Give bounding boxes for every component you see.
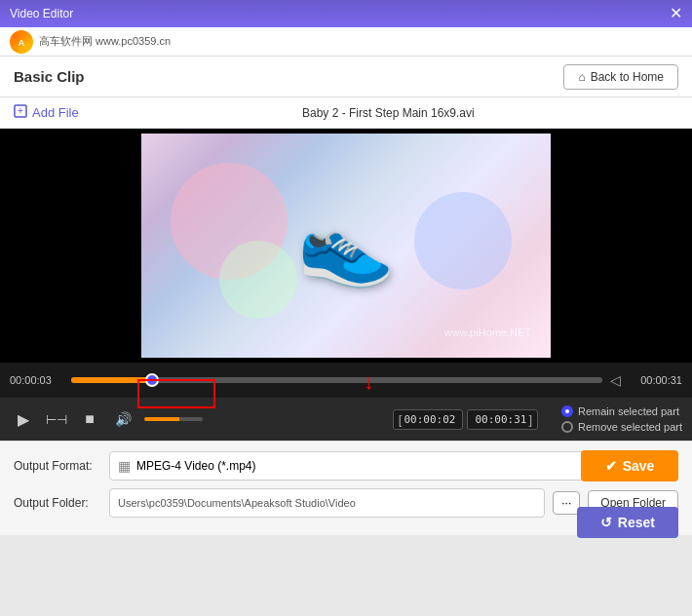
timeline-bar: 00:00:03 ↓ ◁ 00:00:31	[0, 363, 692, 398]
window-title: Video Editor	[10, 7, 73, 20]
watermark: www.piHome.NET	[444, 327, 531, 338]
start-time-input: [ 00:00:02	[393, 409, 464, 430]
main-header: Basic Clip ⌂ Back to Home	[0, 57, 692, 97]
back-home-button[interactable]: ⌂ Back to Home	[563, 64, 678, 90]
logo-text: 高车软件网 www.pc0359.cn	[39, 34, 171, 49]
format-label: Output Format:	[14, 459, 101, 473]
video-preview: 👟 www.piHome.NET	[0, 129, 692, 363]
time-inputs: [ 00:00:02 00:00:31 ]	[393, 409, 538, 430]
timeline-thumb[interactable]	[145, 373, 159, 387]
format-select[interactable]: ▦ MPEG-4 Video (*.mp4) ▼	[109, 451, 599, 481]
add-file-icon: +	[14, 104, 27, 121]
remain-radio-label: Remain selected part	[578, 405, 679, 417]
time-end: 00:00:31	[629, 374, 682, 386]
arrow-indicator: ↓	[364, 371, 374, 393]
timeline-track[interactable]	[71, 377, 602, 383]
folder-path-display: Users\pc0359\Documents\Apeaksoft Studio\…	[109, 488, 545, 518]
remain-selected-radio[interactable]: Remain selected part	[561, 405, 682, 417]
remove-selected-radio[interactable]: Remove selected part	[561, 421, 682, 433]
remain-radio-circle	[561, 405, 573, 417]
close-button[interactable]: ✕	[670, 6, 682, 21]
title-bar: Video Editor ✕	[0, 0, 692, 27]
reset-button-container: ↺ Reset	[577, 507, 678, 538]
reset-button[interactable]: ↺ Reset	[577, 507, 678, 538]
timeline-fill	[71, 377, 151, 383]
logo-bar: A 高车软件网 www.pc0359.cn	[0, 27, 692, 57]
end-time-value: 00:00:31	[473, 413, 528, 426]
stop-button[interactable]: ■	[76, 405, 103, 433]
timeline-end-handle[interactable]: ◁	[610, 372, 621, 388]
start-time-value: 00:00:02	[402, 413, 457, 426]
save-check-icon: ✔	[605, 458, 617, 474]
home-icon: ⌂	[578, 70, 585, 84]
format-value: MPEG-4 Video (*.mp4)	[136, 459, 256, 473]
page-title: Basic Clip	[14, 68, 85, 85]
format-icon: ▦	[118, 458, 131, 474]
save-button[interactable]: ✔ Save	[581, 450, 678, 481]
play-button[interactable]: ▶	[10, 405, 37, 433]
output-section: Output Format: ▦ MPEG-4 Video (*.mp4) ▼ …	[0, 441, 692, 535]
end-bracket-button[interactable]: ]	[528, 412, 532, 427]
action-buttons-container: ✔ Save	[581, 450, 678, 481]
volume-slider[interactable]	[144, 417, 203, 421]
remove-radio-label: Remove selected part	[578, 421, 682, 433]
clip-mode-radio-group: Remain selected part Remove selected par…	[561, 405, 682, 433]
svg-text:+: +	[18, 105, 23, 116]
volume-button[interactable]: 🔊	[109, 405, 136, 433]
folder-label: Output Folder:	[14, 496, 101, 510]
video-thumbnail: 👟 www.piHome.NET	[141, 134, 551, 358]
end-time-input: 00:00:31 ]	[467, 409, 538, 430]
svg-text:A: A	[19, 38, 25, 48]
logo-icon: A	[10, 30, 33, 54]
folder-row: Output Folder: Users\pc0359\Documents\Ap…	[14, 488, 678, 518]
timeline-track-container[interactable]: ↓	[71, 377, 602, 383]
remove-radio-circle	[561, 421, 573, 433]
format-row: Output Format: ▦ MPEG-4 Video (*.mp4) ▼ …	[14, 451, 678, 481]
frame-step-button[interactable]: ⊢⊣	[43, 405, 70, 433]
add-file-button[interactable]: + Add File	[14, 104, 79, 121]
reset-icon: ↺	[600, 515, 612, 530]
controls-bar: ▶ ⊢⊣ ■ 🔊 [ 00:00:02 00:00:31 ] Remain se…	[0, 398, 692, 441]
file-bar: + Add File Baby 2 - First Step Main 16x9…	[0, 97, 692, 129]
file-name: Baby 2 - First Step Main 16x9.avi	[98, 106, 678, 120]
time-start: 00:00:03	[10, 374, 63, 386]
